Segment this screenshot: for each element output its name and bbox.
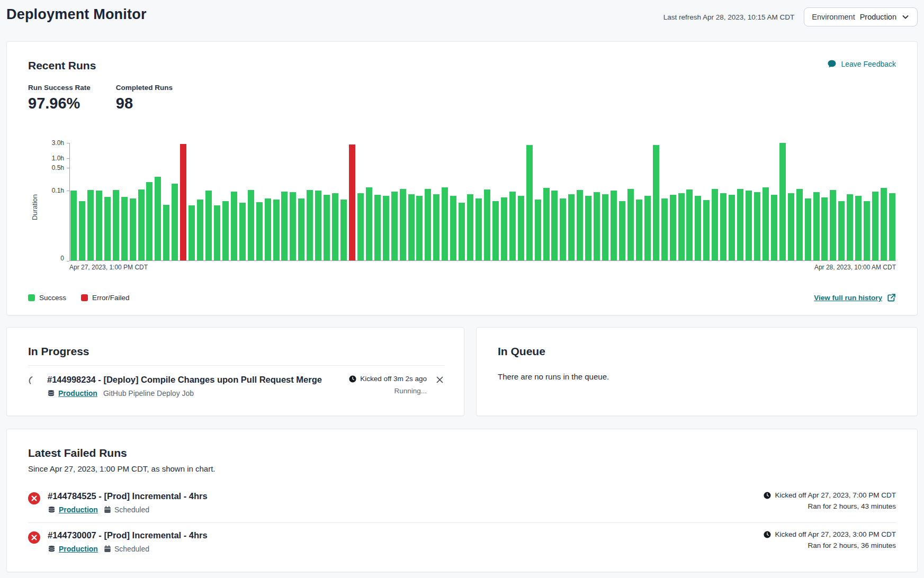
chart-bar-success[interactable]: [442, 187, 448, 260]
chart-bar-success[interactable]: [357, 193, 364, 260]
chart-bar-success[interactable]: [644, 196, 651, 260]
chart-bar-failed[interactable]: [180, 144, 186, 261]
chart-bar-success[interactable]: [340, 200, 347, 260]
chart-bar-success[interactable]: [383, 196, 389, 260]
chart-bar-success[interactable]: [222, 201, 229, 260]
chart-bar-success[interactable]: [670, 195, 676, 260]
chart-bar-success[interactable]: [290, 192, 296, 260]
chart-bar-success[interactable]: [543, 188, 550, 260]
chart-bar-success[interactable]: [239, 203, 246, 260]
chart-bar-success[interactable]: [703, 200, 710, 260]
chart-bar-success[interactable]: [686, 189, 693, 260]
chart-bar-success[interactable]: [155, 177, 161, 260]
environment-link[interactable]: Production: [47, 389, 97, 398]
chart-bar-success[interactable]: [315, 191, 321, 260]
chart-bar-success[interactable]: [450, 196, 456, 260]
cancel-run-button[interactable]: [435, 375, 445, 385]
chart-bar-success[interactable]: [307, 190, 313, 260]
chart-bar-success[interactable]: [526, 145, 533, 260]
chart-bar-success[interactable]: [205, 191, 212, 260]
chart-bar-success[interactable]: [855, 196, 862, 260]
chart-bar-success[interactable]: [70, 191, 77, 260]
chart-bar-success[interactable]: [796, 189, 803, 261]
chart-bar-success[interactable]: [374, 195, 381, 260]
chart-bar-success[interactable]: [518, 196, 524, 260]
chart-bar-success[interactable]: [636, 200, 642, 260]
chart-bar-success[interactable]: [248, 190, 254, 260]
view-full-run-history-link[interactable]: View full run history: [814, 293, 896, 302]
chart-bar-success[interactable]: [298, 198, 304, 260]
chart-bar-success[interactable]: [805, 198, 811, 260]
chart-bar-success[interactable]: [281, 192, 288, 260]
chart-bar-success[interactable]: [113, 190, 119, 260]
chart-bar-success[interactable]: [96, 191, 102, 261]
leave-feedback-link[interactable]: Leave Feedback: [827, 59, 896, 69]
chart-bar-success[interactable]: [172, 184, 178, 261]
chart-bar-success[interactable]: [881, 188, 887, 260]
chart-bar-success[interactable]: [79, 201, 85, 260]
chart-bar-success[interactable]: [847, 194, 853, 260]
chart-bar-success[interactable]: [737, 189, 743, 261]
chart-bar-success[interactable]: [146, 182, 152, 260]
chart-bar-success[interactable]: [400, 189, 406, 261]
chart-bar-success[interactable]: [611, 191, 617, 260]
chart-bar-success[interactable]: [754, 192, 760, 260]
chart-bar-success[interactable]: [627, 189, 634, 261]
chart-bar-success[interactable]: [121, 197, 128, 260]
environment-link[interactable]: Production: [48, 545, 98, 553]
chart-bar-success[interactable]: [163, 205, 169, 260]
chart-bar-success[interactable]: [509, 192, 516, 260]
chart-bar-success[interactable]: [560, 198, 566, 260]
chart-bar-success[interactable]: [492, 201, 499, 260]
chart-bar-success[interactable]: [619, 201, 625, 260]
chart-bar-success[interactable]: [256, 202, 263, 260]
chart-bar-success[interactable]: [594, 192, 600, 260]
chart-bar-success[interactable]: [214, 205, 220, 260]
chart-bar-success[interactable]: [273, 200, 280, 260]
chart-bar-success[interactable]: [695, 196, 701, 260]
chart-bar-success[interactable]: [551, 191, 558, 260]
chart-bar-success[interactable]: [577, 190, 583, 260]
chart-bar-success[interactable]: [535, 200, 541, 260]
chart-bar-success[interactable]: [838, 201, 845, 260]
chart-bar-success[interactable]: [872, 192, 878, 260]
chart-bar-success[interactable]: [568, 194, 575, 260]
chart-bar-success[interactable]: [762, 187, 769, 260]
chart-bar-success[interactable]: [864, 201, 870, 260]
chart-bar-success[interactable]: [813, 192, 820, 260]
chart-bar-success[interactable]: [265, 198, 271, 260]
chart-bar-success[interactable]: [830, 190, 836, 260]
chart-bar-success[interactable]: [324, 195, 330, 260]
chart-bar-success[interactable]: [189, 205, 195, 260]
chart-bar-success[interactable]: [391, 192, 398, 260]
chart-bar-success[interactable]: [779, 143, 786, 260]
chart-bar-success[interactable]: [501, 197, 507, 261]
chart-bar-success[interactable]: [678, 193, 685, 260]
chart-bar-success[interactable]: [416, 196, 423, 260]
chart-bar-success[interactable]: [467, 194, 473, 260]
chart-bar-success[interactable]: [104, 197, 111, 260]
chart-bar-success[interactable]: [720, 193, 726, 260]
chart-bar-success[interactable]: [653, 145, 659, 260]
chart-bar-success[interactable]: [138, 189, 145, 260]
chart-bar-failed[interactable]: [349, 144, 355, 260]
chart-bar-success[interactable]: [661, 198, 668, 260]
chart-bar-success[interactable]: [408, 194, 415, 260]
chart-bar-success[interactable]: [231, 192, 237, 260]
chart-bar-success[interactable]: [433, 194, 439, 260]
chart-bar-success[interactable]: [366, 187, 372, 260]
chart-bar-success[interactable]: [712, 189, 718, 261]
chart-bar-success[interactable]: [87, 190, 94, 260]
chart-bar-success[interactable]: [130, 198, 136, 260]
chart-bar-success[interactable]: [476, 198, 482, 260]
environment-link[interactable]: Production: [48, 505, 98, 514]
chart-bar-success[interactable]: [585, 196, 591, 260]
legend-item-error-failed[interactable]: Error/Failed: [81, 294, 130, 302]
chart-bar-success[interactable]: [788, 193, 794, 260]
chart-bar-success[interactable]: [889, 193, 895, 260]
chart-bar-success[interactable]: [729, 195, 735, 260]
chart-bar-success[interactable]: [602, 194, 608, 260]
chart-bar-success[interactable]: [425, 189, 431, 261]
chart-bar-success[interactable]: [746, 191, 752, 260]
chart-bar-success[interactable]: [197, 200, 203, 260]
